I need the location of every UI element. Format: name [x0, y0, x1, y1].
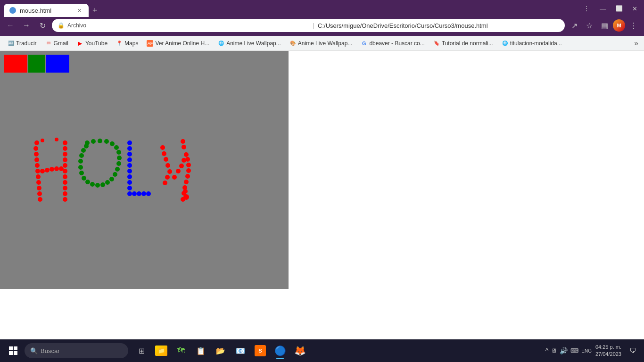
bookmark-label: Ver Anime Online H... [155, 40, 209, 47]
window-controls: — ⬜ ✕ [593, 4, 640, 13]
menu-button[interactable]: ⋮ [627, 19, 640, 32]
svg-point-26 [63, 197, 67, 202]
svg-point-75 [127, 140, 132, 145]
svg-point-54 [104, 139, 109, 144]
qgis-button[interactable]: 🗺 [172, 341, 190, 360]
svg-point-85 [132, 191, 137, 196]
bookmark-traducir[interactable]: 🔤 Traducir [4, 38, 41, 49]
svg-point-38 [172, 175, 177, 180]
nav-bar: ← → ↻ 🔒 Archivo | C:/Users/migue/OneDriv… [0, 17, 644, 36]
svg-point-31 [160, 145, 165, 150]
svg-point-90 [183, 189, 188, 194]
bookmark-button[interactable]: ☆ [583, 19, 596, 32]
svg-point-20 [63, 163, 67, 168]
svg-point-17 [63, 146, 67, 151]
taskbar-clock[interactable]: 04:25 p. m. 27/04/2023 [595, 344, 621, 358]
app4-icon: 📋 [195, 345, 206, 356]
svg-point-55 [110, 141, 115, 146]
bookmarks-bar: 🔤 Traducir ✉ Gmail ▶ YouTube 📍 Maps AF V… [0, 36, 644, 51]
svg-point-67 [85, 180, 90, 184]
bookmark-dbeaver[interactable]: G dbeaver - Buscar co... [357, 38, 428, 49]
profile-avatar[interactable]: M [613, 19, 625, 32]
bookmarks-more-button[interactable]: » [632, 38, 640, 49]
svg-point-2 [34, 152, 39, 156]
svg-point-18 [63, 152, 67, 156]
bookmark-youtube[interactable]: ▶ YouTube [73, 38, 111, 49]
svg-point-23 [63, 180, 67, 185]
maps-icon: 📍 [116, 40, 123, 47]
active-tab[interactable]: mouse.html ✕ [4, 4, 89, 17]
address-bar[interactable]: 🔒 Archivo | C:/Users/migue/OneDrive/Escr… [52, 19, 565, 32]
svg-point-79 [127, 163, 132, 168]
bookmark-tutorial[interactable]: 🔖 Tutorial de normali... [429, 38, 497, 49]
refresh-button[interactable]: ↻ [36, 19, 49, 32]
nav-actions: ↗ ☆ ▦ M ⋮ [568, 19, 640, 32]
taskview-button[interactable]: ⊞ [132, 341, 151, 360]
minimize-button[interactable]: — [597, 4, 609, 13]
email-button[interactable]: 📧 [231, 341, 250, 360]
forward-button[interactable]: → [20, 19, 33, 32]
svg-point-24 [63, 186, 67, 190]
svg-point-81 [127, 174, 132, 179]
bookmark-label: titulacion-modalida... [510, 40, 562, 47]
svg-point-57 [116, 150, 121, 155]
svg-point-14 [54, 166, 59, 171]
svg-point-36 [165, 175, 170, 180]
chrome-button[interactable]: 🔵 [271, 341, 289, 360]
language-indicator[interactable]: ENG [581, 348, 592, 354]
svg-point-88 [146, 191, 151, 196]
browser-window: mouse.html ✕ + ⋮ — ⬜ ✕ ← → ↻ 🔒 Archivo |… [0, 0, 644, 362]
bookmark-label: Tutorial de normali... [442, 40, 493, 47]
bookmark-anime1[interactable]: AF Ver Anime Online H... [143, 38, 213, 49]
address-prefix: Archivo [67, 22, 309, 29]
svg-point-86 [137, 191, 141, 196]
svg-point-45 [186, 168, 191, 173]
svg-point-30 [182, 145, 186, 149]
bookmark-gmail[interactable]: ✉ Gmail [41, 38, 72, 49]
volume-icon[interactable]: 🔊 [560, 347, 568, 354]
svg-point-66 [90, 182, 95, 187]
app4-button[interactable]: 📋 [191, 341, 210, 360]
close-button[interactable]: ✕ [629, 4, 640, 13]
taskbar-search[interactable]: 🔍 Buscar [25, 343, 128, 358]
svg-point-29 [181, 139, 185, 144]
svg-point-77 [127, 152, 132, 156]
bookmark-label: Maps [124, 40, 138, 47]
files-button[interactable]: 📂 [211, 341, 230, 360]
tab-menu-button[interactable]: ⋮ [582, 5, 591, 12]
svg-point-35 [167, 169, 172, 174]
bookmark-anime-live1[interactable]: 🌐 Anime Live Wallpap... [214, 38, 285, 49]
canvas-area[interactable] [0, 51, 289, 289]
keyboard-icon[interactable]: ⌨ [570, 347, 578, 354]
address-url: C:/Users/migue/OneDrive/Escritorio/Curso… [318, 22, 559, 29]
svg-point-74 [84, 144, 89, 148]
svg-point-22 [63, 174, 67, 179]
svg-point-43 [185, 157, 190, 162]
network-icon[interactable]: 🖥 [551, 347, 557, 354]
bookmark-anime-live2[interactable]: 🎨 Anime Live Wallpap... [286, 38, 356, 49]
svg-point-12 [45, 168, 50, 173]
fileexplorer-button[interactable]: 📁 [152, 341, 171, 360]
dbeaver-icon: G [361, 40, 367, 47]
svg-point-82 [127, 180, 132, 185]
svg-point-63 [105, 180, 110, 185]
svg-point-40 [179, 164, 184, 168]
share-button[interactable]: ↗ [568, 19, 581, 32]
notification-button[interactable]: 🗨 [625, 343, 640, 358]
svg-point-56 [114, 145, 119, 150]
sublime-button[interactable]: S [251, 341, 270, 360]
new-tab-button[interactable]: + [89, 4, 101, 17]
start-button[interactable] [4, 341, 23, 360]
maximize-button[interactable]: ⬜ [613, 4, 626, 13]
svg-point-39 [176, 169, 181, 173]
firefox-button[interactable]: 🦊 [290, 341, 309, 360]
svg-point-1 [33, 146, 38, 151]
chevron-up-icon[interactable]: ^ [545, 347, 549, 354]
bookmark-titulacion[interactable]: 🌐 titulacion-modalida... [498, 38, 566, 49]
bookmark-maps[interactable]: 📍 Maps [112, 38, 142, 49]
sidebar-button[interactable]: ▦ [598, 19, 611, 32]
svg-point-64 [100, 182, 105, 187]
tab-close-button[interactable]: ✕ [75, 7, 83, 14]
back-button[interactable]: ← [4, 19, 17, 32]
bookmark-label: Anime Live Wallpap... [298, 40, 353, 47]
